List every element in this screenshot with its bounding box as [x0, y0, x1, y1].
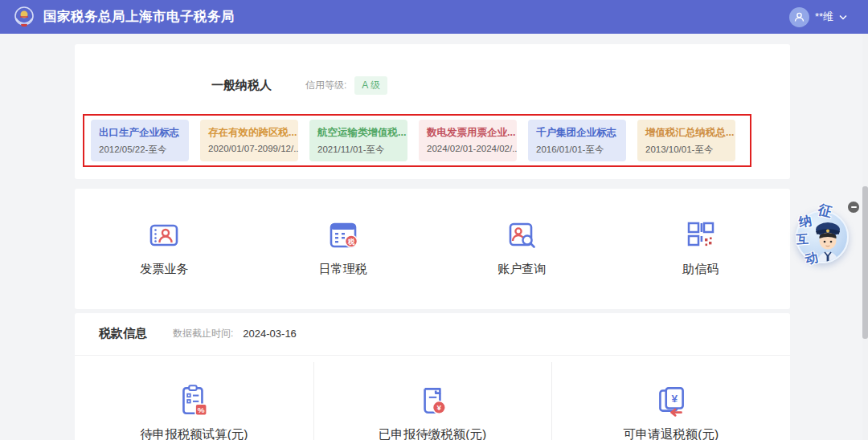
user-name: **维 [815, 10, 833, 24]
scrollbar-thumb[interactable] [862, 186, 868, 339]
quick-action-invoice[interactable]: 发票业务 [84, 218, 244, 309]
tax-info-items-row: % 待申报税额试算(元) ¥ 已申报待缴税额(元) ¥ [75, 356, 790, 440]
svg-text:%: % [198, 405, 205, 414]
account-search-icon [504, 218, 539, 253]
tax-item-refundable[interactable]: ¥ 可申请退税额(元) [551, 356, 790, 440]
svg-text:¥: ¥ [437, 403, 442, 412]
taxpayer-tag: 数电发票用票企业... 2024/02/01-2024/02/... [419, 120, 517, 161]
tax-item-pending-declaration[interactable]: % 待申报税额试算(元) [75, 356, 313, 440]
quick-action-daily-tax[interactable]: 税 日常理税 [263, 218, 424, 309]
tax-bureau-emblem-logo [13, 6, 35, 28]
quick-action-credit-code[interactable]: 助信码 [620, 218, 781, 309]
mascot-char: 纳 [797, 213, 813, 231]
taxpayer-overview-card: 一般纳税人 信用等级: A 级 出口生产企业标志 2012/05/22-至今 存… [75, 44, 790, 179]
tag-title: 存在有效的跨区税... [208, 126, 290, 140]
user-icon [793, 11, 805, 23]
quick-actions-card: 发票业务 税 日常理税 [75, 189, 790, 309]
taxpayer-tag: 存在有效的跨区税... 2020/01/07-2099/12/... [200, 120, 298, 161]
svg-text:¥: ¥ [671, 393, 678, 405]
tax-info-header: 税款信息 数据截止时间: 2024-03-16 [99, 326, 297, 341]
calendar-tax-icon: 税 [326, 218, 361, 253]
taxpayer-tag: 增值税汇总纳税总... 2013/10/01-至今 [637, 120, 735, 161]
header-left: 国家税务总局上海市电子税务局 [13, 6, 235, 28]
chevron-down-icon[interactable] [839, 14, 847, 20]
quick-action-label: 日常理税 [319, 262, 367, 277]
tag-period: 2021/11/01-至今 [317, 144, 399, 156]
taxpayer-status-row: 一般纳税人 信用等级: A 级 [211, 76, 387, 95]
tag-period: 2013/10/01-至今 [645, 144, 727, 156]
quick-action-label: 助信码 [682, 262, 719, 277]
interaction-assistant-widget[interactable]: 征 纳 互 动 [794, 207, 850, 265]
refund-docs-icon: ¥ [653, 381, 690, 418]
data-cutoff-date: 2024-03-16 [243, 328, 297, 340]
tag-period: 2012/05/22-至今 [99, 144, 181, 156]
red-highlight-annotation-box: 出口生产企业标志 2012/05/22-至今 存在有效的跨区税... 2020/… [83, 114, 751, 167]
tag-title: 出口生产企业标志 [99, 126, 181, 140]
avatar[interactable] [789, 7, 809, 27]
tax-item-label: 可申请退税额(元) [623, 426, 719, 440]
tax-item-label: 待申报税额试算(元) [140, 426, 248, 440]
quick-action-account-query[interactable]: 账户查询 [441, 218, 602, 309]
data-cutoff-label: 数据截止时间: [173, 327, 233, 340]
taxpayer-tag: 出口生产企业标志 2012/05/22-至今 [91, 120, 189, 161]
widget-collapse-button[interactable] [848, 202, 859, 213]
tax-item-declared-unpaid[interactable]: ¥ 已申报待缴税额(元) [313, 356, 552, 440]
svg-text:税: 税 [347, 238, 355, 246]
credit-rating-label: 信用等级: [305, 79, 346, 92]
tag-period: 2020/01/07-2099/12/... [208, 144, 290, 153]
minus-icon [851, 206, 857, 208]
tax-info-title: 税款信息 [99, 326, 147, 341]
taxpayer-tag: 千户集团企业标志 2016/01/01-至今 [528, 120, 626, 161]
taxpayer-type-label: 一般纳税人 [211, 78, 272, 93]
quick-action-label: 发票业务 [140, 262, 188, 277]
receipt-yuan-icon: ¥ [414, 381, 451, 418]
tax-item-label: 已申报待缴税额(元) [379, 426, 486, 440]
tag-period: 2016/01/01-至今 [536, 144, 618, 156]
app-title: 国家税务总局上海市电子税务局 [43, 8, 235, 26]
invoice-ticket-icon [146, 218, 182, 253]
tag-title: 航空运输类增值税... [317, 126, 399, 140]
quick-actions-row: 发票业务 税 日常理税 [75, 189, 790, 309]
tag-title: 增值税汇总纳税总... [645, 126, 727, 140]
tag-period: 2024/02/01-2024/02/... [427, 144, 509, 153]
tax-info-card: 税款信息 数据截止时间: 2024-03-16 % 待申报税额试算(元) [75, 313, 790, 440]
app-header: 国家税务总局上海市电子税务局 **维 [0, 0, 868, 34]
quick-action-label: 账户查询 [497, 262, 546, 277]
taxpayer-tag: 航空运输类增值税... 2021/11/01-至今 [309, 120, 407, 161]
page: 国家税务总局上海市电子税务局 **维 一般纳税人 信用等级: A 级 出口生产企… [0, 0, 868, 440]
tag-title: 千户集团企业标志 [536, 126, 618, 140]
clipboard-percent-icon: % [175, 381, 212, 418]
mascot-char: 互 [796, 231, 809, 247]
user-menu[interactable]: **维 [789, 7, 847, 27]
credit-rating-badge: A 级 [354, 76, 387, 95]
tag-title: 数电发票用票企业... [427, 126, 509, 140]
qr-code-icon [683, 218, 719, 253]
